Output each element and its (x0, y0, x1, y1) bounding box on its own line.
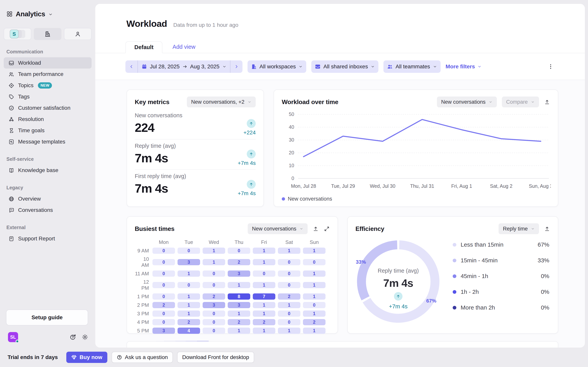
heatmap-cell[interactable]: 3 (178, 259, 200, 265)
heatmap-cell[interactable]: 0 (278, 270, 300, 277)
heatmap-cell[interactable]: 7 (253, 293, 275, 300)
expand-button[interactable] (324, 226, 330, 232)
add-view-button[interactable]: Add view (173, 44, 195, 50)
heatmap-cell[interactable]: 0 (253, 270, 275, 277)
heatmap-cell[interactable]: 2 (253, 319, 275, 325)
sidebar-item-overview[interactable]: Overview (4, 193, 92, 204)
heatmap-cell[interactable]: 1 (303, 270, 326, 277)
setup-guide-button[interactable]: Setup guide (6, 309, 88, 325)
heatmap-cell[interactable]: 0 (178, 282, 200, 288)
date-next-button[interactable] (230, 64, 242, 69)
heatmap-cell[interactable]: 1 (278, 302, 300, 308)
workload-metric-selector[interactable]: New conversations (437, 97, 497, 107)
heatmap-cell[interactable]: 0 (152, 282, 175, 288)
heatmap-cell[interactable]: 0 (278, 319, 300, 325)
scope-workspaces-button[interactable]: S (4, 28, 31, 40)
heatmap-cell[interactable]: 1 (253, 248, 275, 254)
heatmap-cell[interactable]: 1 (203, 259, 225, 265)
sidebar-item-tags[interactable]: Tags (4, 91, 92, 102)
heatmap-cell[interactable]: 1 (303, 310, 326, 317)
heatmap-cell[interactable]: 8 (228, 293, 250, 300)
heatmap-cell[interactable]: 1 (203, 248, 225, 254)
heatmap-cell[interactable]: 1 (303, 248, 326, 254)
sidebar-item-resolution[interactable]: Resolution (4, 114, 92, 125)
heatmap-cell[interactable]: 1 (228, 328, 250, 334)
heatmap-cell[interactable]: 0 (303, 302, 326, 308)
heatmap-cell[interactable]: 1 (253, 328, 275, 334)
heatmap-cell[interactable]: 2 (303, 319, 326, 325)
heatmap-cell[interactable]: 0 (203, 270, 225, 277)
heatmap-cell[interactable]: 1 (253, 259, 275, 265)
export-button[interactable] (544, 226, 550, 232)
heatmap-cell[interactable]: 0 (203, 310, 225, 317)
heatmap-cell[interactable]: 1 (253, 302, 275, 308)
user-avatar[interactable]: SL (8, 332, 18, 342)
app-switcher[interactable]: Analytics (4, 10, 92, 18)
heatmap-cell[interactable]: 1 (178, 270, 200, 277)
heatmap-cell[interactable]: 3 (228, 302, 250, 308)
heatmap-cell[interactable]: 0 (152, 270, 175, 277)
sidebar-item-customer-satisfaction[interactable]: Customer satisfaction (4, 102, 92, 114)
heatmap-cell[interactable]: 2 (203, 293, 225, 300)
workspaces-filter[interactable]: All workspaces (248, 60, 306, 73)
more-filters-button[interactable]: More filters (446, 64, 482, 70)
tab-default[interactable]: Default (125, 41, 162, 53)
heatmap-cell[interactable]: 0 (278, 282, 300, 288)
heatmap-cell[interactable]: 1 (278, 328, 300, 334)
heatmap-cell[interactable]: 1 (178, 293, 200, 300)
sidebar-item-time-goals[interactable]: Time goals (4, 125, 92, 136)
heatmap-cell[interactable]: 0 (152, 248, 175, 254)
sidebar-item-support-report[interactable]: Support Report (4, 233, 92, 244)
heatmap-cell[interactable]: 3 (152, 328, 175, 334)
sidebar-item-workload[interactable]: Workload (4, 57, 92, 68)
sidebar-item-topics[interactable]: TopicsNEW (4, 80, 92, 91)
busiest-metric-selector[interactable]: New conversations (248, 223, 308, 234)
sidebar-item-conversations[interactable]: Conversations (4, 204, 92, 216)
heatmap-cell[interactable]: 0 (228, 248, 250, 254)
export-button[interactable] (544, 99, 550, 105)
sidebar-item-message-templates[interactable]: Message templates (4, 136, 92, 147)
heatmap-cell[interactable]: 1 (178, 310, 200, 317)
teammates-filter[interactable]: All teammates (383, 60, 441, 73)
heatmap-cell[interactable]: 1 (228, 310, 250, 317)
scope-teammate-button[interactable] (64, 28, 92, 40)
heatmap-cell[interactable]: 3 (228, 270, 250, 277)
sidebar-item-knowledge-base[interactable]: Knowledge base (4, 165, 92, 176)
gear-icon[interactable] (82, 334, 88, 340)
date-prev-button[interactable] (125, 64, 138, 69)
heatmap-cell[interactable]: 2 (228, 319, 250, 325)
sidebar-item-team-performance[interactable]: Team performance (4, 68, 92, 80)
help-icon[interactable] (69, 334, 76, 340)
heatmap-cell[interactable]: 2 (228, 259, 250, 265)
heatmap-cell[interactable]: 1 (278, 248, 300, 254)
heatmap-cell[interactable]: 2 (178, 319, 200, 325)
heatmap-cell[interactable]: 1 (253, 310, 275, 317)
heatmap-cell[interactable]: 0 (203, 319, 225, 325)
heatmap-cell[interactable]: 4 (178, 328, 200, 334)
overflow-menu-button[interactable] (548, 59, 554, 74)
heatmap-cell[interactable]: 0 (278, 259, 300, 265)
efficiency-metric-selector[interactable]: Reply time (499, 223, 539, 234)
heatmap-cell[interactable]: 1 (303, 282, 326, 288)
scope-company-button[interactable] (34, 28, 61, 40)
heatmap-cell[interactable]: 0 (178, 248, 200, 254)
download-desktop-button[interactable]: Download Front for desktop (177, 352, 254, 363)
heatmap-cell[interactable]: 2 (278, 293, 300, 300)
export-button[interactable] (313, 226, 319, 232)
heatmap-cell[interactable]: 2 (152, 302, 175, 308)
heatmap-cell[interactable]: 0 (152, 319, 175, 325)
key-metrics-selector[interactable]: New conversations, +2 (187, 97, 256, 107)
date-range-filter[interactable]: Jul 28, 2025 Aug 3, 2025 (125, 60, 242, 73)
heatmap-cell[interactable]: 0 (303, 259, 326, 265)
heatmap-cell[interactable]: 1 (303, 328, 326, 334)
heatmap-cell[interactable]: 0 (203, 328, 225, 334)
heatmap-cell[interactable]: 1 (303, 293, 326, 300)
heatmap-cell[interactable]: 0 (152, 259, 175, 265)
heatmap-cell[interactable]: 3 (203, 302, 225, 308)
compare-selector[interactable]: Compare (502, 97, 539, 107)
heatmap-cell[interactable]: 1 (178, 302, 200, 308)
ask-question-button[interactable]: Ask us a question (112, 352, 173, 363)
heatmap-cell[interactable]: 1 (253, 282, 275, 288)
heatmap-cell[interactable]: 0 (152, 310, 175, 317)
heatmap-cell[interactable]: 0 (278, 310, 300, 317)
